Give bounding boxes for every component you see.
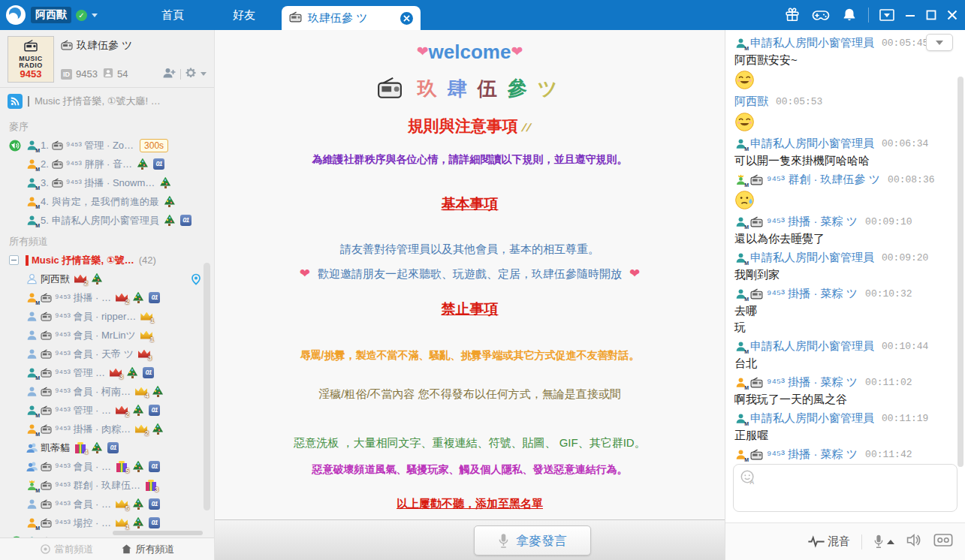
chat-scrollbar[interactable] (957, 77, 963, 467)
member-row[interactable]: M⁹⁴⁵³ 管理 · …201 (0, 401, 214, 420)
mic-queue-item[interactable]: M3.⁹⁴⁵³ 掛播 · Snowm… (0, 173, 214, 192)
tree-badge (132, 517, 144, 529)
member-row[interactable]: M⁹⁴⁵³ 場控 · …101 (0, 513, 214, 532)
tab-home[interactable]: 首頁 (146, 0, 199, 30)
member-name: ⁹⁴⁵³ 會員 · … (55, 460, 111, 474)
scroll-down-button[interactable] (926, 34, 953, 51)
member-name: ⁹⁴⁵³ 會員 · 柯南… (55, 385, 131, 399)
status-caret-icon[interactable] (92, 14, 98, 17)
user-icon: M (26, 292, 38, 304)
radio-icon (41, 462, 52, 471)
crown-badge: 5 (116, 498, 128, 510)
tab-channel-active[interactable]: 玖肆伍參 ツ (282, 6, 421, 30)
gear-icon[interactable] (185, 67, 197, 81)
radio-icon (750, 288, 763, 300)
chat-input[interactable]: A (733, 464, 957, 512)
emoji-picker-icon[interactable]: A (740, 475, 756, 488)
sidebar-hscrollbar[interactable] (113, 531, 203, 535)
members-icon (103, 68, 113, 80)
tree-badge (91, 273, 103, 285)
current-username[interactable]: 阿西獸 (31, 7, 71, 23)
minimize-icon[interactable] (905, 10, 915, 20)
recorder-button[interactable] (933, 534, 953, 549)
radio-icon (41, 405, 52, 415)
member-row[interactable]: M⁹⁴⁵³ 群創 · 玖肆伍…3 (0, 476, 214, 495)
member-row[interactable]: 阿西獸2 (0, 269, 214, 288)
mixer-button[interactable]: 混音 (807, 534, 850, 549)
radio-icon (41, 518, 52, 528)
chat-text: 還以為你去睡覺了 (734, 230, 956, 247)
speaker-button[interactable] (906, 533, 922, 550)
chat-username[interactable]: 申請私人房間小窗管理員 (750, 339, 874, 354)
chat-message: M申請私人房間小窗管理員00:09:20我剛到家 (734, 249, 956, 283)
basic-rules-heading: 基本事項 (215, 194, 725, 214)
member-row[interactable]: ⁹⁴⁵³ 會員 · …501 (0, 457, 214, 476)
gift-icon[interactable] (784, 7, 801, 23)
chat-username[interactable]: 申請私人房間小窗管理員 (750, 137, 874, 151)
chat-username[interactable]: 阿西獸 (734, 95, 768, 109)
emoji-happy-icon (734, 68, 956, 91)
mic-queue-item[interactable]: M2.⁹⁴⁵³ 胖胖 · 音…01 (0, 155, 214, 173)
banner-char: 肆 (448, 77, 467, 100)
member-row[interactable]: ⁹⁴⁵³ 會員 · MrLinツ1 (0, 326, 214, 345)
chat-username[interactable]: ⁹⁴⁵³ 群創 · 玖肆伍參 ツ (767, 173, 880, 187)
member-row[interactable]: M⁹⁴⁵³ 掛播 · …201 (0, 288, 214, 307)
take-mic-button[interactable]: 拿麥發言 (474, 525, 591, 555)
notifications-bell-icon[interactable] (841, 7, 858, 23)
chat-username[interactable]: 申請私人房間小窗管理員 (750, 411, 874, 426)
user-icon: M (26, 480, 38, 492)
add-friend-icon[interactable] (162, 67, 176, 81)
waveform-icon (807, 535, 825, 548)
user-icon: M (26, 423, 38, 435)
channel-broadcast[interactable]: Music 抒情音樂, ①號大廳! … (0, 88, 214, 115)
channel-group-count: (42) (139, 254, 156, 266)
sidebar-scrollbar[interactable] (204, 263, 210, 510)
chat-username[interactable]: 申請私人房間小窗管理員 (750, 36, 874, 50)
user-icon (26, 386, 38, 398)
level-badge: 01 (149, 498, 160, 510)
sidebar-footer: 當前頻道 所有頻道 (0, 537, 214, 560)
current-channel-button[interactable]: 當前頻道 (40, 543, 94, 556)
user-icon: M (734, 138, 746, 150)
chat-username[interactable]: 申請私人房間小窗管理員 (750, 251, 874, 265)
app-logo-icon[interactable] (6, 5, 26, 25)
minimize-to-tray-icon[interactable] (879, 9, 894, 21)
mic-queue-item[interactable]: M5.申請私人房間小窗管理員01 (0, 211, 214, 230)
member-row[interactable]: 凱蒂貓401 (0, 438, 214, 457)
all-channels-button[interactable]: 所有頻道 (121, 543, 175, 556)
member-row[interactable]: M⁹⁴⁵³ 掛播 · 肉粽…2 (0, 420, 214, 438)
member-row[interactable]: ⁹⁴⁵³ 會員 · …501 (0, 495, 214, 513)
member-row[interactable]: ⁹⁴⁵³ 會員 · 天帝 ツ3 (0, 345, 214, 363)
chat-username[interactable]: ⁹⁴⁵³ 掛播 · 菜粽 ツ (767, 375, 858, 390)
user-icon: M (26, 177, 38, 189)
mic-toggle-button[interactable] (873, 534, 894, 549)
status-online-icon[interactable]: ✓ (76, 10, 87, 21)
close-tab-icon[interactable] (400, 12, 413, 25)
chat-timestamp: 00:09:20 (882, 252, 928, 263)
member-row[interactable]: ⁹⁴⁵³ 會員 · ripper…1 (0, 307, 214, 326)
queue-item-label: ⁹⁴⁵³ 管理 · Zo… (66, 139, 134, 152)
member-row[interactable]: ⁹⁴⁵³ 會員 · 柯南…4 (0, 382, 214, 401)
games-icon[interactable] (811, 6, 831, 24)
channel-name-banner: 玖肆伍參ツ (215, 76, 725, 102)
chat-timestamp: 00:11:42 (865, 449, 912, 460)
member-row[interactable]: M⁹⁴⁵³ 管理 …301 (0, 363, 214, 382)
collapse-icon[interactable] (9, 255, 19, 265)
mic-queue-item[interactable]: M4.與肯定，是我們前進的最 (0, 192, 214, 211)
forbidden-rule-2: 淫穢/粗俗/不當內容 您不得發布以任何方式，無論是直接或間 (215, 387, 725, 402)
chat-username[interactable]: ⁹⁴⁵³ 掛播 · 菜粽 ツ (767, 447, 858, 462)
member-name: ⁹⁴⁵³ 會員 · MrLinツ (55, 329, 136, 342)
channel-logo[interactable]: MUSIC RADIO 9453 (8, 36, 54, 83)
welcome-board: ❤welcome❤ 玖肆伍參ツ 規則與注意事項// 為維護社群秩序與各位心情，請… (215, 30, 725, 519)
tab-friends[interactable]: 好友 (218, 0, 270, 30)
forbidden-rule-4: 惡意破壞頻道風氣、騷擾玩家、觸及個人隱私、發送惡意連結行為。 (215, 463, 725, 477)
user-icon: M (734, 174, 746, 186)
channel-group-row[interactable]: Music 抒情音樂, ①號… (42) (0, 251, 214, 269)
chat-username[interactable]: ⁹⁴⁵³ 掛播 · 菜粽 ツ (767, 215, 858, 229)
chat-username[interactable]: ⁹⁴⁵³ 掛播 · 菜粽 ツ (767, 287, 858, 301)
maximize-icon[interactable] (926, 10, 936, 20)
close-window-icon[interactable] (947, 10, 957, 20)
mic-queue-item[interactable]: M1.⁹⁴⁵³ 管理 · Zo…300s (0, 136, 214, 155)
radio-icon (52, 140, 63, 150)
mic-options-caret-icon[interactable] (887, 540, 894, 544)
